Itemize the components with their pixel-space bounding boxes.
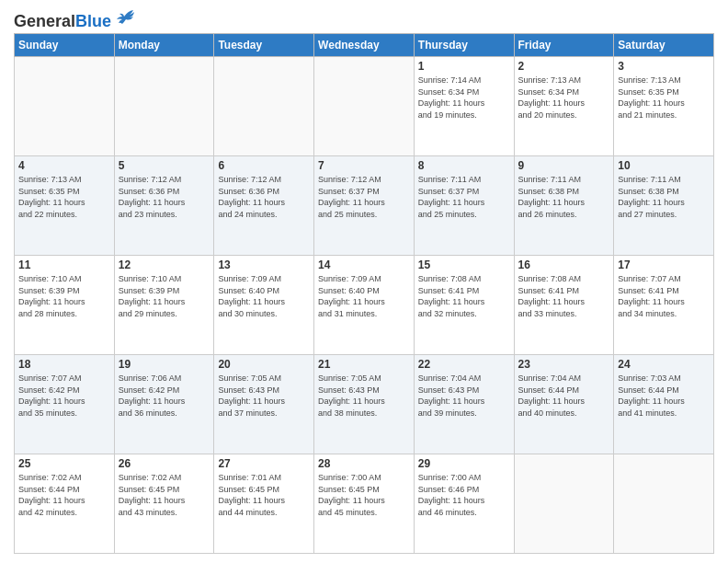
day-info: Sunrise: 7:05 AM Sunset: 6:43 PM Dayligh… (218, 373, 310, 419)
day-number: 14 (318, 259, 410, 271)
calendar-week-row: 25Sunrise: 7:02 AM Sunset: 6:44 PM Dayli… (15, 454, 714, 554)
calendar-cell: 10Sunrise: 7:11 AM Sunset: 6:38 PM Dayli… (614, 156, 714, 256)
day-info: Sunrise: 7:01 AM Sunset: 6:45 PM Dayligh… (218, 472, 310, 518)
weekday-header-monday: Monday (114, 34, 214, 57)
day-info: Sunrise: 7:07 AM Sunset: 6:42 PM Dayligh… (18, 373, 110, 419)
day-info: Sunrise: 7:04 AM Sunset: 6:43 PM Dayligh… (418, 373, 510, 419)
calendar-cell (614, 454, 714, 554)
day-info: Sunrise: 7:11 AM Sunset: 6:38 PM Dayligh… (618, 174, 710, 220)
day-number: 5 (119, 159, 210, 172)
day-info: Sunrise: 7:12 AM Sunset: 6:36 PM Dayligh… (119, 174, 210, 220)
calendar-cell: 22Sunrise: 7:04 AM Sunset: 6:43 PM Dayli… (414, 355, 514, 454)
calendar-cell: 19Sunrise: 7:06 AM Sunset: 6:42 PM Dayli… (114, 355, 214, 454)
calendar-cell: 4Sunrise: 7:13 AM Sunset: 6:35 PM Daylig… (15, 156, 115, 256)
day-info: Sunrise: 7:06 AM Sunset: 6:42 PM Dayligh… (119, 373, 210, 419)
calendar-week-row: 18Sunrise: 7:07 AM Sunset: 6:42 PM Dayli… (15, 355, 714, 454)
day-info: Sunrise: 7:11 AM Sunset: 6:37 PM Dayligh… (418, 174, 510, 220)
day-number: 28 (318, 457, 410, 470)
calendar-cell: 15Sunrise: 7:08 AM Sunset: 6:41 PM Dayli… (414, 256, 514, 355)
calendar-cell: 9Sunrise: 7:11 AM Sunset: 6:38 PM Daylig… (514, 156, 614, 256)
day-number: 17 (618, 259, 710, 271)
day-number: 26 (119, 457, 210, 470)
calendar-cell: 6Sunrise: 7:12 AM Sunset: 6:36 PM Daylig… (214, 156, 314, 256)
day-number: 18 (18, 358, 110, 371)
calendar-cell: 3Sunrise: 7:13 AM Sunset: 6:35 PM Daylig… (614, 57, 714, 156)
day-number: 25 (18, 457, 110, 470)
day-number: 9 (518, 159, 610, 172)
calendar-cell: 26Sunrise: 7:02 AM Sunset: 6:45 PM Dayli… (114, 454, 214, 554)
weekday-header-tuesday: Tuesday (214, 34, 314, 57)
weekday-header-saturday: Saturday (614, 34, 714, 57)
day-number: 10 (618, 159, 710, 172)
day-number: 19 (119, 358, 210, 371)
calendar-cell: 18Sunrise: 7:07 AM Sunset: 6:42 PM Dayli… (15, 355, 115, 454)
day-info: Sunrise: 7:11 AM Sunset: 6:38 PM Dayligh… (518, 174, 610, 220)
calendar-cell: 1Sunrise: 7:14 AM Sunset: 6:34 PM Daylig… (414, 57, 514, 156)
day-number: 24 (618, 358, 710, 371)
day-number: 22 (418, 358, 510, 371)
calendar-cell: 20Sunrise: 7:05 AM Sunset: 6:43 PM Dayli… (214, 355, 314, 454)
day-info: Sunrise: 7:02 AM Sunset: 6:45 PM Dayligh… (119, 472, 210, 518)
calendar-cell (15, 57, 115, 156)
day-number: 13 (218, 259, 310, 271)
logo-text: GeneralBlue (14, 13, 111, 29)
day-number: 3 (618, 60, 710, 73)
calendar-cell: 23Sunrise: 7:04 AM Sunset: 6:44 PM Dayli… (514, 355, 614, 454)
weekday-header-wednesday: Wednesday (314, 34, 415, 57)
day-info: Sunrise: 7:09 AM Sunset: 6:40 PM Dayligh… (218, 273, 310, 319)
day-number: 7 (318, 159, 410, 172)
day-info: Sunrise: 7:12 AM Sunset: 6:36 PM Dayligh… (218, 174, 310, 220)
day-info: Sunrise: 7:09 AM Sunset: 6:40 PM Dayligh… (318, 273, 410, 319)
calendar-cell (314, 57, 415, 156)
calendar-cell: 25Sunrise: 7:02 AM Sunset: 6:44 PM Dayli… (15, 454, 115, 554)
day-number: 12 (119, 259, 210, 271)
calendar-cell: 14Sunrise: 7:09 AM Sunset: 6:40 PM Dayli… (314, 256, 415, 355)
day-number: 23 (518, 358, 610, 371)
day-info: Sunrise: 7:03 AM Sunset: 6:44 PM Dayligh… (618, 373, 710, 419)
day-number: 15 (418, 259, 510, 271)
calendar-week-row: 1Sunrise: 7:14 AM Sunset: 6:34 PM Daylig… (15, 57, 714, 156)
weekday-header-row: SundayMondayTuesdayWednesdayThursdayFrid… (15, 34, 714, 57)
calendar-cell: 11Sunrise: 7:10 AM Sunset: 6:39 PM Dayli… (15, 256, 115, 355)
calendar-cell (514, 454, 614, 554)
calendar-table: SundayMondayTuesdayWednesdayThursdayFrid… (14, 33, 714, 554)
logo: GeneralBlue (14, 13, 135, 29)
calendar-cell: 7Sunrise: 7:12 AM Sunset: 6:37 PM Daylig… (314, 156, 415, 256)
day-number: 20 (218, 358, 310, 371)
day-number: 6 (218, 159, 310, 172)
day-info: Sunrise: 7:13 AM Sunset: 6:34 PM Dayligh… (518, 75, 610, 121)
day-info: Sunrise: 7:10 AM Sunset: 6:39 PM Dayligh… (18, 273, 110, 319)
calendar-week-row: 4Sunrise: 7:13 AM Sunset: 6:35 PM Daylig… (15, 156, 714, 256)
logo-bird-icon (115, 9, 135, 26)
page: GeneralBlue SundayMondayTuesdayWednesday… (0, 0, 728, 563)
day-info: Sunrise: 7:08 AM Sunset: 6:41 PM Dayligh… (518, 273, 610, 319)
day-info: Sunrise: 7:00 AM Sunset: 6:45 PM Dayligh… (318, 472, 410, 518)
calendar-cell: 17Sunrise: 7:07 AM Sunset: 6:41 PM Dayli… (614, 256, 714, 355)
header: GeneralBlue (14, 9, 714, 29)
day-number: 8 (418, 159, 510, 172)
day-number: 21 (318, 358, 410, 371)
day-info: Sunrise: 7:05 AM Sunset: 6:43 PM Dayligh… (318, 373, 410, 419)
calendar-week-row: 11Sunrise: 7:10 AM Sunset: 6:39 PM Dayli… (15, 256, 714, 355)
day-info: Sunrise: 7:14 AM Sunset: 6:34 PM Dayligh… (418, 75, 510, 121)
day-number: 16 (518, 259, 610, 271)
calendar-cell: 29Sunrise: 7:00 AM Sunset: 6:46 PM Dayli… (414, 454, 514, 554)
calendar-cell: 28Sunrise: 7:00 AM Sunset: 6:45 PM Dayli… (314, 454, 415, 554)
calendar-cell (214, 57, 314, 156)
calendar-cell: 5Sunrise: 7:12 AM Sunset: 6:36 PM Daylig… (114, 156, 214, 256)
logo-general: General (14, 12, 75, 30)
day-info: Sunrise: 7:10 AM Sunset: 6:39 PM Dayligh… (119, 273, 210, 319)
calendar-cell: 21Sunrise: 7:05 AM Sunset: 6:43 PM Dayli… (314, 355, 415, 454)
calendar-cell: 8Sunrise: 7:11 AM Sunset: 6:37 PM Daylig… (414, 156, 514, 256)
day-info: Sunrise: 7:13 AM Sunset: 6:35 PM Dayligh… (618, 75, 710, 121)
day-number: 27 (218, 457, 310, 470)
day-info: Sunrise: 7:00 AM Sunset: 6:46 PM Dayligh… (418, 472, 510, 518)
logo-blue: Blue (75, 12, 111, 30)
day-info: Sunrise: 7:07 AM Sunset: 6:41 PM Dayligh… (618, 273, 710, 319)
calendar-cell: 13Sunrise: 7:09 AM Sunset: 6:40 PM Dayli… (214, 256, 314, 355)
calendar-cell: 27Sunrise: 7:01 AM Sunset: 6:45 PM Dayli… (214, 454, 314, 554)
calendar-cell: 16Sunrise: 7:08 AM Sunset: 6:41 PM Dayli… (514, 256, 614, 355)
day-number: 1 (418, 60, 510, 73)
day-info: Sunrise: 7:04 AM Sunset: 6:44 PM Dayligh… (518, 373, 610, 419)
weekday-header-friday: Friday (514, 34, 614, 57)
